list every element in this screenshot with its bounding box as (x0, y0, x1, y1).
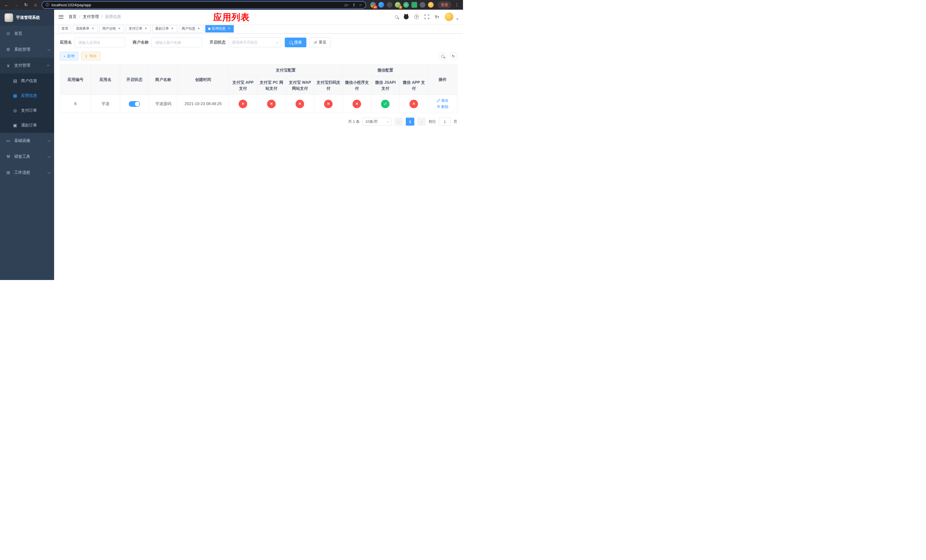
status-toggle[interactable] (129, 101, 140, 107)
coin-icon: ◎ (12, 108, 18, 113)
delete-link[interactable]: 删除 (437, 104, 448, 110)
browser-menu-icon[interactable]: ⋮ (454, 2, 460, 8)
breadcrumb: 首页 / 支付管理 / 应用信息 (69, 14, 121, 20)
tab-refund-order[interactable]: 退款订单 × (152, 25, 177, 32)
chevron-down-icon (48, 155, 50, 158)
sidebar-item-app-info[interactable]: ▦ 应用信息 (0, 88, 54, 103)
breadcrumb-payment[interactable]: 支付管理 (83, 14, 99, 20)
profile-extension-icon[interactable]: 1 (395, 2, 401, 8)
page-title-overlay: 应用列表 (213, 11, 250, 23)
tab-app-info[interactable]: 应用信息 × (205, 25, 234, 32)
trash-icon (437, 105, 440, 108)
add-button[interactable]: + 新增 (60, 52, 78, 61)
extension-icon[interactable] (387, 2, 392, 8)
payment-submenu: ▤ 商户信息 ▦ 应用信息 ◎ 支付订单 ▣ 退款订单 (0, 74, 54, 133)
sidebar-item-payment[interactable]: ¥ 支付管理 (0, 58, 54, 74)
browser-back-button[interactable]: ← (3, 1, 10, 9)
tools-icon: ⚒ (6, 154, 11, 159)
github-icon[interactable] (404, 15, 409, 20)
tab-process-form[interactable]: 流程表单 × (73, 25, 98, 32)
bookmark-star-icon[interactable]: ☆ (359, 3, 362, 7)
extensions-area: 10 1 ✓ (370, 2, 434, 8)
chevron-down-icon (48, 48, 50, 51)
table-toolbar: + 新增 ↧ 导出 ↻ (60, 52, 457, 61)
user-avatar[interactable] (445, 12, 453, 21)
browser-update-button[interactable]: 更新 (438, 1, 451, 9)
tab-merchant-info[interactable]: 商户信息 × (179, 25, 204, 32)
sidebar: 芋道管理系统 ⊙ 首页 ⚙ 系统管理 ¥ 支付管理 (0, 10, 54, 280)
share-icon[interactable]: ↥ (352, 3, 356, 7)
close-icon[interactable]: × (197, 27, 201, 31)
sidebar-item-system[interactable]: ⚙ 系统管理 (0, 42, 54, 58)
breadcrumb-separator: / (101, 15, 103, 19)
sidebar-item-refund-order[interactable]: ▣ 退款订单 (0, 118, 54, 133)
sidebar-item-devtools[interactable]: ⚒ 研发工具 (0, 149, 54, 165)
sidebar-item-label: 支付管理 (14, 63, 30, 68)
bank-card-icon: ▤ (12, 78, 18, 83)
search-icon[interactable] (395, 15, 398, 18)
chevron-down-icon (48, 139, 50, 142)
close-icon[interactable]: × (227, 27, 231, 31)
sidebar-collapse-icon[interactable] (59, 15, 64, 19)
close-icon[interactable]: × (170, 27, 174, 31)
page-content: 应用名 商户名称 开启状态 请选择开启状态 搜索 (54, 33, 463, 280)
export-button[interactable]: ↧ 导出 (81, 52, 100, 61)
close-icon[interactable]: × (91, 27, 95, 31)
briefcase-icon: ⊞ (6, 170, 11, 175)
reset-button[interactable]: ↺ 重置 (309, 38, 331, 47)
sidebar-item-home[interactable]: ⊙ 首页 (0, 26, 54, 42)
config-cross-icon: × (267, 100, 275, 108)
avatar-caret-icon[interactable] (456, 18, 458, 20)
extensions-puzzle-icon[interactable] (420, 2, 425, 8)
col-wechat-jsapi: 微信 JSAPI 支付 (371, 76, 399, 95)
browser-profile-avatar[interactable] (428, 2, 434, 8)
sidebar-item-pay-order[interactable]: ◎ 支付订单 (0, 103, 54, 118)
toggle-search-button[interactable] (439, 52, 446, 60)
total-count: 共 1 条 (348, 119, 360, 124)
extension-badge: 1 (399, 6, 402, 9)
goto-page-input[interactable] (439, 118, 451, 126)
tab-pay-order[interactable]: 支付订单 × (126, 25, 151, 32)
chat-extension-icon[interactable] (412, 2, 417, 8)
prev-page-button[interactable]: ‹ (394, 118, 403, 126)
sidebar-item-infra[interactable]: ▭ 基础设施 (0, 133, 54, 149)
col-app-name: 应用名 (91, 65, 120, 95)
tab-home[interactable]: 首页 (59, 25, 71, 32)
page-number-button[interactable]: 1 (406, 118, 414, 126)
search-button[interactable]: 搜索 (285, 38, 306, 47)
vue-devtools-icon[interactable]: ✓ (403, 2, 409, 8)
app-name-label: 应用名 (60, 40, 72, 45)
extension-icon[interactable]: 10 (370, 2, 376, 8)
refresh-button[interactable]: ↻ (449, 52, 457, 60)
dashboard-icon: ⊙ (6, 31, 11, 36)
status-select[interactable]: 请选择开启状态 (228, 38, 281, 47)
browser-reload-button[interactable]: ↻ (22, 1, 30, 9)
sidebar-item-label: 工作流程 (14, 170, 30, 175)
close-icon[interactable]: × (117, 27, 121, 31)
breadcrumb-home[interactable]: 首页 (69, 14, 77, 20)
close-icon[interactable]: × (144, 27, 148, 31)
browser-home-button[interactable]: ⌂ (32, 1, 39, 9)
tab-user-group[interactable]: 用户分组 × (99, 25, 124, 32)
extension-icon[interactable] (378, 2, 384, 8)
sidebar-item-merchant-info[interactable]: ▤ 商户信息 (0, 74, 54, 88)
page-size-select[interactable]: 10条/页 (363, 118, 392, 126)
edit-link[interactable]: 修改 (437, 98, 448, 103)
help-icon[interactable]: ? (414, 15, 419, 19)
tab-label: 退款订单 (155, 26, 169, 31)
password-key-icon[interactable] (345, 4, 349, 6)
col-alipay-app: 支付宝 APP 支付 (228, 76, 257, 95)
sidebar-item-label: 系统管理 (14, 47, 30, 52)
merchant-name-input[interactable] (151, 38, 202, 47)
font-size-icon[interactable]: TT (435, 15, 439, 20)
col-group-wechat: 微信配置 (342, 65, 428, 76)
next-page-button[interactable]: › (417, 118, 426, 126)
address-bar[interactable]: ⓘ localhost:1024/pay/app ↥ ☆ (42, 1, 366, 9)
fullscreen-icon[interactable] (425, 15, 429, 19)
browser-forward-button[interactable]: → (12, 1, 20, 9)
app-name-input[interactable] (75, 38, 125, 47)
chevron-down-icon (387, 120, 390, 123)
col-status: 开启状态 (120, 65, 149, 95)
sidebar-item-workflow[interactable]: ⊞ 工作流程 (0, 165, 54, 180)
site-info-icon[interactable]: ⓘ (45, 2, 49, 8)
